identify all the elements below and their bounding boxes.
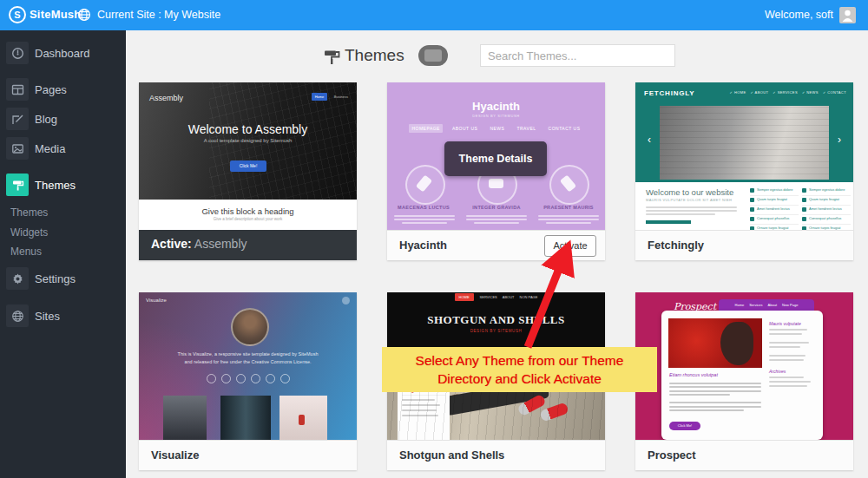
page-title: Themes [345,46,404,65]
text-placeholder [466,213,527,226]
theme-details-button[interactable]: Theme Details [444,141,547,176]
hyacinth-nav-item: CONTACT US [546,124,583,133]
check-icon [750,217,754,221]
theme-view-toggle[interactable] [418,45,448,66]
sidebar-item-label: Sites [35,310,60,323]
paint-roller-icon [323,48,341,69]
svg-text:S: S [14,10,20,20]
assembly-nav-link: Business [334,95,348,99]
sidebar-item-pages[interactable]: Pages [0,78,126,102]
text-placeholder [394,213,455,226]
sidebar-item-blog[interactable]: Blog [0,108,126,132]
prospect-sidebar-heading: Mauris vulputate [769,321,816,326]
theme-card-visualize[interactable]: Visualize This is Visualize, a responsiv… [139,292,357,470]
sidebar-item-settings[interactable]: Settings [0,267,126,291]
theme-card-fetchingly[interactable]: FETCHINGLY ✔ HOME✔ ABOUT✔ SERVICES✔ NEWS… [635,82,853,260]
visualize-footer: Visualize [139,440,357,470]
shotgun-nav: HOMESERVICESABOUTNON PAGE [387,295,605,299]
visualize-social-icons [139,374,357,383]
gallery-thumbnail [279,396,327,440]
user-avatar[interactable] [839,7,856,23]
linkedin-icon [221,374,231,383]
fetchingly-link-list: Semper egestas dolore Quam turpis feugia… [750,187,799,230]
globe-icon [6,304,29,327]
annotation-text: Select Any Theme from our Theme Director… [394,351,646,388]
sidebar-subitem-menus[interactable]: Menus [10,246,42,258]
brand-name[interactable]: SiteMush [30,8,81,21]
fetchingly-content: Welcome to our website MAURIS VULPUTATE … [635,182,853,230]
active-status-label: Active: [151,237,192,251]
check-icon [802,217,806,221]
prospect-nav-item: Services [749,303,762,307]
hyacinth-subtitle: DESIGN BY SITEMUSH [387,114,605,118]
theme-name: Visualize [151,449,199,462]
welcome-user-label[interactable]: Welcome, soft [765,9,833,21]
shotgun-footer: Shotgun and Shells [387,440,605,470]
hyacinth-nav: HOMEPAGEABOUT USNEWSTRAVELCONTACT US [387,126,605,131]
sidebar-item-label: Settings [35,272,76,285]
fetchingly-slider-image [660,106,829,180]
theme-card-hyacinth[interactable]: Hyacinth DESIGN BY SITEMUSH HOMEPAGEABOU… [387,82,605,260]
assembly-block-heading: Give this block a heading [139,200,357,216]
prospect-cta-button: Click Me! [669,422,700,430]
theme-name: Fetchingly [648,239,704,252]
fetchingly-subheading: MAURIS VULPUTATE DOLOR SIT AMET NIBH [646,198,732,202]
prospect-sidebar: Mauris vulputate Archives [769,318,816,390]
sitemush-logo-icon: S [8,5,27,28]
twitter-icon [207,374,216,383]
current-site-label[interactable]: Current Site : My Website [97,9,220,21]
check-icon [750,198,754,202]
prospect-preview: Prospect HomeServicesAboutNew Page Etiam… [635,292,853,440]
photo-icon [6,137,29,160]
prospect-nav-item: New Page [782,303,798,307]
assembly-preview: Assembly Home Business Welcome to Assemb… [139,82,357,230]
sidebar-subitem-widgets[interactable]: Widgets [10,226,48,239]
fetchingly-button [646,220,691,224]
activate-button[interactable]: Activate [544,235,596,257]
check-icon [802,207,806,212]
prospect-hero-image [668,318,762,368]
sidebar-subitem-themes[interactable]: Themes [10,206,48,219]
text-placeholder [646,205,737,217]
assembly-heading: Welcome to Assembly [139,122,357,136]
prospect-heading: Etiam rhoncus volutpat [669,372,718,377]
sidebar-item-dashboard[interactable]: Dashboard [0,42,126,66]
visualize-intro-line: and released for free under the Creative… [139,359,357,364]
instagram-icon [251,374,260,383]
visualize-intro-line: This is Visualize, a responsive site tem… [139,351,357,357]
app-window: S SiteMush Current Site : My Website Wel… [0,0,868,478]
sidebar-item-label: Media [35,142,65,155]
facebook-icon [236,374,246,383]
search-input[interactable] [480,44,675,67]
fetchingly-heading: Welcome to our website [646,187,733,197]
hyacinth-nav-item: HOMEPAGE [409,124,443,133]
hyacinth-feature-heading: MAECENAS LUCTUS [387,205,460,210]
prospect-nav-item: About [768,303,777,307]
prospect-nav: HomeServicesAboutNew Page [719,299,814,311]
gallery-thumbnail [163,396,207,440]
sidebar-item-label: Themes [35,179,76,192]
sidebar-item-sites[interactable]: Sites [0,304,126,329]
sidebar-item-media[interactable]: Media [0,137,126,161]
prospect-nav-item: Home [735,303,745,307]
sidebar-item-label: Blog [35,113,57,126]
annotation-note: Select Any Theme from our Theme Director… [382,347,657,392]
gavel-icon [549,165,589,205]
theme-card-prospect[interactable]: Prospect HomeServicesAboutNew Page Etiam… [635,292,853,470]
text-placeholder [669,380,761,414]
gallery-thumbnail [220,396,271,440]
visualize-avatar-photo [231,308,269,346]
assembly-block-subheading: Give a brief description about your work [139,217,357,221]
assembly-cta-button: Click Me! [230,160,266,172]
assembly-nav-button: Home [312,93,327,101]
shotgun-nav-item: NON PAGE [520,295,538,299]
gear-icon [6,267,29,290]
fetchingly-footer: Fetchingly [635,230,853,260]
carousel-next-icon: › [838,134,841,145]
theme-card-assembly[interactable]: Assembly Home Business Welcome to Assemb… [139,82,357,260]
sidebar-item-themes[interactable]: Themes [0,174,126,198]
theme-name: Prospect [648,449,696,462]
text-placeholder [538,213,599,226]
fetchingly-preview: FETCHINGLY ✔ HOME✔ ABOUT✔ SERVICES✔ NEWS… [635,82,853,230]
shotgun-title: SHOTGUN AND SHELLS [387,313,605,327]
